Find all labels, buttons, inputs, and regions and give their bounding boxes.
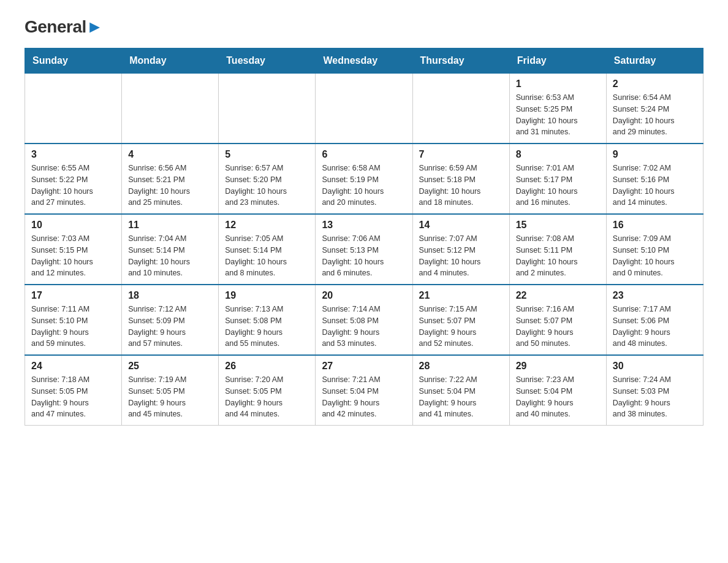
- calendar-cell: 23Sunrise: 7:17 AM Sunset: 5:06 PM Dayli…: [606, 285, 703, 355]
- day-number: 25: [128, 361, 212, 372]
- calendar-cell: [412, 73, 509, 144]
- calendar-cell: 16Sunrise: 7:09 AM Sunset: 5:10 PM Dayli…: [606, 214, 703, 285]
- day-info: Sunrise: 7:23 AM Sunset: 5:04 PM Dayligh…: [516, 374, 600, 420]
- day-number: 21: [419, 290, 503, 301]
- calendar-cell: [122, 73, 219, 144]
- calendar-cell: 9Sunrise: 7:02 AM Sunset: 5:16 PM Daylig…: [606, 144, 703, 214]
- day-number: 23: [613, 290, 697, 301]
- day-number: 9: [613, 149, 697, 160]
- day-info: Sunrise: 7:19 AM Sunset: 5:05 PM Dayligh…: [128, 374, 212, 420]
- logo: General►: [25, 18, 103, 36]
- day-number: 17: [31, 290, 115, 301]
- calendar-week-row: 3Sunrise: 6:55 AM Sunset: 5:22 PM Daylig…: [25, 144, 703, 214]
- calendar-cell: 17Sunrise: 7:11 AM Sunset: 5:10 PM Dayli…: [25, 285, 122, 355]
- calendar-table: Sunday Monday Tuesday Wednesday Thursday…: [25, 48, 703, 426]
- day-info: Sunrise: 7:09 AM Sunset: 5:10 PM Dayligh…: [613, 233, 697, 279]
- day-info: Sunrise: 7:04 AM Sunset: 5:14 PM Dayligh…: [128, 233, 212, 279]
- calendar-cell: 1Sunrise: 6:53 AM Sunset: 5:25 PM Daylig…: [509, 73, 606, 144]
- calendar-week-row: 10Sunrise: 7:03 AM Sunset: 5:15 PM Dayli…: [25, 214, 703, 285]
- day-info: Sunrise: 7:14 AM Sunset: 5:08 PM Dayligh…: [322, 304, 406, 350]
- calendar-cell: 8Sunrise: 7:01 AM Sunset: 5:17 PM Daylig…: [509, 144, 606, 214]
- calendar-cell: 19Sunrise: 7:13 AM Sunset: 5:08 PM Dayli…: [219, 285, 316, 355]
- calendar-header-row: Sunday Monday Tuesday Wednesday Thursday…: [25, 48, 703, 73]
- calendar-cell: [25, 73, 122, 144]
- calendar-cell: 4Sunrise: 6:56 AM Sunset: 5:21 PM Daylig…: [122, 144, 219, 214]
- calendar-cell: 3Sunrise: 6:55 AM Sunset: 5:22 PM Daylig…: [25, 144, 122, 214]
- day-info: Sunrise: 7:01 AM Sunset: 5:17 PM Dayligh…: [516, 163, 600, 209]
- day-info: Sunrise: 6:56 AM Sunset: 5:21 PM Dayligh…: [128, 163, 212, 209]
- calendar-week-row: 1Sunrise: 6:53 AM Sunset: 5:25 PM Daylig…: [25, 73, 703, 144]
- day-info: Sunrise: 7:08 AM Sunset: 5:11 PM Dayligh…: [516, 233, 600, 279]
- day-info: Sunrise: 6:55 AM Sunset: 5:22 PM Dayligh…: [31, 163, 115, 209]
- day-number: 24: [31, 361, 115, 372]
- day-info: Sunrise: 7:21 AM Sunset: 5:04 PM Dayligh…: [322, 374, 406, 420]
- calendar-week-row: 24Sunrise: 7:18 AM Sunset: 5:05 PM Dayli…: [25, 355, 703, 426]
- calendar-cell: 13Sunrise: 7:06 AM Sunset: 5:13 PM Dayli…: [316, 214, 412, 285]
- col-thursday: Thursday: [412, 48, 509, 73]
- calendar-cell: 12Sunrise: 7:05 AM Sunset: 5:14 PM Dayli…: [219, 214, 316, 285]
- day-info: Sunrise: 7:13 AM Sunset: 5:08 PM Dayligh…: [225, 304, 309, 350]
- col-tuesday: Tuesday: [219, 48, 316, 73]
- calendar-cell: 10Sunrise: 7:03 AM Sunset: 5:15 PM Dayli…: [25, 214, 122, 285]
- day-info: Sunrise: 7:15 AM Sunset: 5:07 PM Dayligh…: [419, 304, 503, 350]
- calendar-cell: 25Sunrise: 7:19 AM Sunset: 5:05 PM Dayli…: [122, 355, 219, 426]
- day-number: 12: [225, 220, 309, 231]
- day-number: 16: [613, 220, 697, 231]
- day-number: 3: [31, 149, 115, 160]
- logo-general-text: General►: [25, 18, 103, 36]
- calendar-cell: 26Sunrise: 7:20 AM Sunset: 5:05 PM Dayli…: [219, 355, 316, 426]
- col-friday: Friday: [509, 48, 606, 73]
- calendar-cell: 27Sunrise: 7:21 AM Sunset: 5:04 PM Dayli…: [316, 355, 412, 426]
- day-number: 18: [128, 290, 212, 301]
- day-number: 26: [225, 361, 309, 372]
- day-number: 1: [516, 79, 600, 90]
- calendar-cell: 18Sunrise: 7:12 AM Sunset: 5:09 PM Dayli…: [122, 285, 219, 355]
- calendar-cell: 11Sunrise: 7:04 AM Sunset: 5:14 PM Dayli…: [122, 214, 219, 285]
- day-info: Sunrise: 7:16 AM Sunset: 5:07 PM Dayligh…: [516, 304, 600, 350]
- day-info: Sunrise: 6:58 AM Sunset: 5:19 PM Dayligh…: [322, 163, 406, 209]
- calendar-cell: 21Sunrise: 7:15 AM Sunset: 5:07 PM Dayli…: [412, 285, 509, 355]
- day-number: 13: [322, 220, 406, 231]
- day-number: 27: [322, 361, 406, 372]
- day-info: Sunrise: 6:57 AM Sunset: 5:20 PM Dayligh…: [225, 163, 309, 209]
- day-info: Sunrise: 7:12 AM Sunset: 5:09 PM Dayligh…: [128, 304, 212, 350]
- col-sunday: Sunday: [25, 48, 122, 73]
- day-info: Sunrise: 7:17 AM Sunset: 5:06 PM Dayligh…: [613, 304, 697, 350]
- calendar-cell: 28Sunrise: 7:22 AM Sunset: 5:04 PM Dayli…: [412, 355, 509, 426]
- day-number: 6: [322, 149, 406, 160]
- day-info: Sunrise: 7:11 AM Sunset: 5:10 PM Dayligh…: [31, 304, 115, 350]
- day-info: Sunrise: 6:59 AM Sunset: 5:18 PM Dayligh…: [419, 163, 503, 209]
- day-info: Sunrise: 6:54 AM Sunset: 5:24 PM Dayligh…: [613, 92, 697, 138]
- day-number: 2: [613, 79, 697, 90]
- calendar-cell: [219, 73, 316, 144]
- day-info: Sunrise: 7:06 AM Sunset: 5:13 PM Dayligh…: [322, 233, 406, 279]
- day-number: 22: [516, 290, 600, 301]
- day-number: 29: [516, 361, 600, 372]
- col-wednesday: Wednesday: [316, 48, 412, 73]
- day-number: 11: [128, 220, 212, 231]
- calendar-cell: 5Sunrise: 6:57 AM Sunset: 5:20 PM Daylig…: [219, 144, 316, 214]
- calendar-cell: 15Sunrise: 7:08 AM Sunset: 5:11 PM Dayli…: [509, 214, 606, 285]
- day-info: Sunrise: 7:05 AM Sunset: 5:14 PM Dayligh…: [225, 233, 309, 279]
- day-number: 20: [322, 290, 406, 301]
- day-number: 15: [516, 220, 600, 231]
- day-info: Sunrise: 7:03 AM Sunset: 5:15 PM Dayligh…: [31, 233, 115, 279]
- col-saturday: Saturday: [606, 48, 703, 73]
- day-number: 5: [225, 149, 309, 160]
- day-info: Sunrise: 7:24 AM Sunset: 5:03 PM Dayligh…: [613, 374, 697, 420]
- day-info: Sunrise: 7:02 AM Sunset: 5:16 PM Dayligh…: [613, 163, 697, 209]
- day-number: 8: [516, 149, 600, 160]
- day-info: Sunrise: 7:22 AM Sunset: 5:04 PM Dayligh…: [419, 374, 503, 420]
- day-info: Sunrise: 7:18 AM Sunset: 5:05 PM Dayligh…: [31, 374, 115, 420]
- day-number: 7: [419, 149, 503, 160]
- calendar-cell: 24Sunrise: 7:18 AM Sunset: 5:05 PM Dayli…: [25, 355, 122, 426]
- calendar-cell: 29Sunrise: 7:23 AM Sunset: 5:04 PM Dayli…: [509, 355, 606, 426]
- calendar-cell: 6Sunrise: 6:58 AM Sunset: 5:19 PM Daylig…: [316, 144, 412, 214]
- calendar-cell: [316, 73, 412, 144]
- day-number: 30: [613, 361, 697, 372]
- calendar-cell: 7Sunrise: 6:59 AM Sunset: 5:18 PM Daylig…: [412, 144, 509, 214]
- logo-arrow-icon: ►: [86, 17, 103, 36]
- day-number: 4: [128, 149, 212, 160]
- day-number: 28: [419, 361, 503, 372]
- calendar-cell: 30Sunrise: 7:24 AM Sunset: 5:03 PM Dayli…: [606, 355, 703, 426]
